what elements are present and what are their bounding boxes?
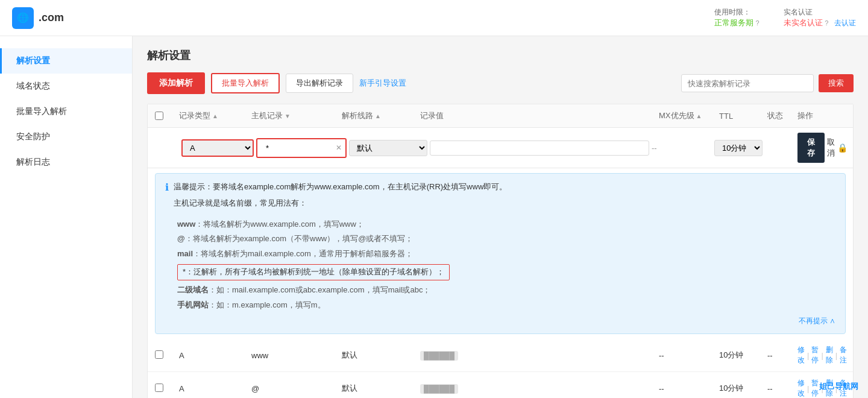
sidebar-item-dns-settings[interactable]: 解析设置 (0, 48, 132, 74)
row2-status: -- (767, 384, 797, 393)
select-all-checkbox[interactable] (155, 112, 163, 120)
tip-main-text: 温馨提示：要将域名example.com解析为www.example.com，在… (174, 181, 835, 194)
tip-content: 温馨提示：要将域名example.com解析为www.example.com，在… (174, 181, 835, 213)
cancel-button[interactable]: 取消 (827, 137, 835, 159)
th-status: 状态 (767, 110, 797, 121)
search-button[interactable]: 搜索 (819, 74, 854, 92)
row1-select-checkbox[interactable] (155, 350, 163, 359)
row1-type: A (179, 351, 251, 360)
add-dns-button[interactable]: 添加解析 (147, 72, 205, 94)
row2-pause-link[interactable]: 暂停 (811, 378, 819, 398)
th-ttl: TTL (719, 112, 767, 121)
tip-row-mail: mail：将域名解析为mail.example.com，通常用于解析邮箱服务器； (177, 248, 835, 261)
record-type-select[interactable]: A CNAME MX TXT AAAA (181, 139, 254, 157)
tip-row-at: @：将域名解析为example.com（不带www），填写@或者不填写； (177, 233, 835, 245)
service-value: 正常服务期 ? (714, 17, 760, 28)
sort-host-icon[interactable]: ▼ (285, 113, 291, 119)
tip-collapse-button[interactable]: 不再提示 ∧ (165, 316, 835, 326)
th-host-record: 主机记录 ▼ (251, 110, 342, 121)
sidebar-item-batch-import[interactable]: 批量导入解析 (0, 99, 132, 124)
row1-sep3: | (835, 351, 837, 360)
row1-sep1: | (807, 351, 809, 360)
edit-record-type-cell: A CNAME MX TXT AAAA (181, 139, 254, 157)
row1-ttl: 10分钟 (719, 350, 767, 361)
row2-modify-link[interactable]: 修改 (797, 378, 805, 398)
row1-modify-link[interactable]: 修改 (797, 345, 805, 365)
th-action: 操作 (797, 110, 846, 121)
lock-icon: 🔒 (837, 143, 848, 153)
logo: 🌐 .com (12, 7, 64, 29)
row2-sep1: | (807, 384, 809, 393)
layout: 解析设置 域名状态 批量导入解析 安全防护 解析日志 解析设置 添加解析 批量导… (0, 36, 868, 398)
row1-pause-link[interactable]: 暂停 (811, 345, 819, 365)
th-record-type: 记录类型 ▲ (179, 110, 251, 121)
service-hint-icon: ? (756, 19, 760, 27)
guide-button[interactable]: 新手引导设置 (359, 78, 406, 89)
batch-import-button[interactable]: 批量导入解析 (211, 73, 280, 93)
row1-mx: -- (659, 351, 719, 360)
resolve-line-select[interactable]: 默认 电信 联通 (349, 140, 427, 156)
th-mx-priority: MX优先级 ▲ (659, 110, 719, 121)
logo-text: .com (39, 11, 64, 24)
th-resolve-line: 解析线路 ▲ (342, 110, 420, 121)
edit-actions-cell: 保存 取消 🔒 (797, 133, 846, 163)
sidebar-item-domain-status[interactable]: 域名状态 (0, 74, 132, 99)
go-auth-link[interactable]: 去认证 (834, 19, 856, 27)
host-clear-icon[interactable]: ✕ (336, 144, 342, 152)
tip-header: ℹ 温馨提示：要将域名example.com解析为www.example.com… (165, 181, 835, 213)
main-content: 解析设置 添加解析 批量导入解析 导出解析记录 新手引导设置 搜索 记录类型 ▲ (133, 36, 868, 398)
host-input-wrap: ✕ (256, 138, 347, 158)
tip-row-wildcard: *：泛解析，所有子域名均被解析到统一地址（除单独设置的子域名解析）； (177, 263, 835, 282)
row1-status: -- (767, 351, 797, 360)
sidebar-label-dns-log: 解析日志 (16, 157, 50, 166)
row1-delete-link[interactable]: 删除 (826, 345, 833, 365)
auth-hint-icon: ? (825, 19, 828, 27)
sidebar-item-dns-log[interactable]: 解析日志 (0, 150, 132, 175)
row1-note-link[interactable]: 备注 (840, 345, 847, 365)
th-record-value: 记录值 (420, 110, 659, 121)
auth-value: 未实名认证 ? 去认证 (784, 17, 856, 28)
ttl-select[interactable]: 10分钟 20分钟 1小时 (714, 140, 763, 156)
th-checkbox (155, 112, 179, 120)
row2-mx: -- (659, 384, 719, 393)
sidebar-label-security: 安全防护 (16, 131, 50, 141)
sidebar-label-domain-status: 域名状态 (16, 81, 50, 90)
save-button[interactable]: 保存 (797, 133, 825, 163)
toolbar-right: 搜索 (681, 74, 854, 92)
sort-line-icon[interactable]: ▲ (375, 113, 381, 119)
logo-icon: 🌐 (12, 7, 34, 29)
service-label: 使用时限： (714, 7, 760, 17)
export-button[interactable]: 导出解析记录 (286, 74, 353, 93)
dns-table: 记录类型 ▲ 主机记录 ▼ 解析线路 ▲ 记录值 MX优先级 ▲ (147, 104, 854, 398)
edit-record-value-cell (430, 141, 649, 156)
edit-host-record-cell: ✕ (256, 138, 347, 158)
sidebar-item-security[interactable]: 安全防护 (0, 124, 132, 150)
wildcard-highlight: *：泛解析，所有子域名均被解析到统一地址（除单独设置的子域名解析）； (177, 264, 450, 280)
row2-checkbox (155, 384, 179, 394)
row2-value: ██████ (420, 384, 659, 393)
service-period-block: 使用时限： 正常服务期 ? (714, 7, 760, 28)
host-record-input[interactable] (261, 141, 333, 155)
sort-mx-icon[interactable]: ▲ (696, 113, 702, 119)
sidebar-label-batch-import: 批量导入解析 (16, 106, 67, 116)
table-row: A @ 默认 ██████ -- 10分钟 -- 修改 | 暂停 | 删除 | … (148, 372, 853, 398)
tip-row-subdomain: 二级域名：如：mail.example.com或abc.example.com，… (177, 284, 835, 297)
record-value-input[interactable] (430, 141, 649, 156)
tip-box: ℹ 温馨提示：要将域名example.com解析为www.example.com… (155, 173, 846, 334)
row1-sep2: | (821, 351, 823, 360)
row2-type: A (179, 384, 251, 393)
sort-record-type-icon[interactable]: ▲ (212, 113, 218, 119)
sidebar: 解析设置 域名状态 批量导入解析 安全防护 解析日志 (0, 36, 133, 398)
tip-table: www：将域名解析为www.example.com，填写www； @：将域名解析… (177, 218, 835, 312)
table-header: 记录类型 ▲ 主机记录 ▼ 解析线路 ▲ 记录值 MX优先级 ▲ (148, 104, 853, 128)
edit-resolve-line-cell: 默认 电信 联通 (349, 140, 427, 156)
table-row: A www 默认 ██████ -- 10分钟 -- 修改 | 暂停 | 删除 … (148, 339, 853, 372)
sidebar-label-dns-settings: 解析设置 (16, 55, 50, 65)
edit-mx-cell: -- (652, 144, 712, 153)
row2-select-checkbox[interactable] (155, 384, 163, 392)
edit-ttl-cell: 10分钟 20分钟 1小时 (714, 140, 763, 156)
tip-row-www: www：将域名解析为www.example.com，填写www； (177, 218, 835, 231)
search-input[interactable] (681, 74, 814, 92)
row2-host: @ (251, 384, 342, 393)
tip-sub-text: 主机记录就是域名前缀，常见用法有： (174, 197, 835, 210)
